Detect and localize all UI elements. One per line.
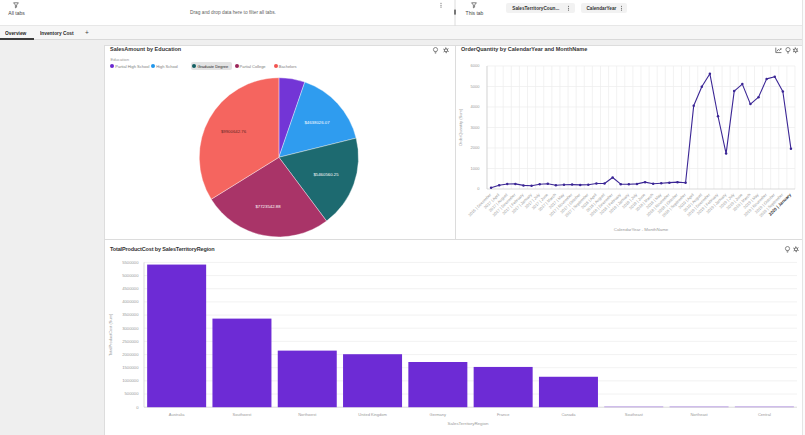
svg-text:1500000: 1500000 bbox=[122, 365, 139, 370]
svg-text:Northeast: Northeast bbox=[690, 412, 708, 417]
svg-text:United Kingdom: United Kingdom bbox=[358, 412, 387, 417]
svg-text:Northwest: Northwest bbox=[298, 412, 317, 417]
svg-text:5000000: 5000000 bbox=[122, 273, 139, 278]
svg-text:Germany: Germany bbox=[430, 412, 446, 417]
svg-text:2500000: 2500000 bbox=[122, 339, 139, 344]
svg-text:$9900642.76: $9900642.76 bbox=[221, 129, 247, 134]
svg-text:0: 0 bbox=[136, 405, 139, 410]
svg-text:0: 0 bbox=[477, 186, 480, 191]
svg-text:OrderQuantity (Sum): OrderQuantity (Sum) bbox=[458, 108, 463, 146]
svg-text:$5460560.25: $5460560.25 bbox=[313, 172, 339, 177]
svg-text:6000: 6000 bbox=[471, 63, 481, 68]
svg-text:4000000: 4000000 bbox=[122, 299, 139, 304]
svg-text:500000: 500000 bbox=[125, 391, 140, 396]
svg-text:Canada: Canada bbox=[561, 412, 576, 417]
svg-text:4000: 4000 bbox=[471, 104, 481, 109]
svg-text:4500000: 4500000 bbox=[122, 286, 139, 291]
svg-text:Southwest: Southwest bbox=[233, 412, 253, 417]
svg-text:5000: 5000 bbox=[471, 84, 481, 89]
svg-text:Southeast: Southeast bbox=[625, 412, 644, 417]
svg-text:France: France bbox=[497, 412, 510, 417]
svg-text:$4638026.07: $4638026.07 bbox=[304, 120, 330, 125]
svg-text:1000000: 1000000 bbox=[122, 378, 139, 383]
svg-text:$7723542.88: $7723542.88 bbox=[255, 204, 281, 209]
svg-text:TotalProductCost (Sum): TotalProductCost (Sum) bbox=[108, 313, 113, 356]
svg-text:Australia: Australia bbox=[169, 412, 185, 417]
svg-text:2000000: 2000000 bbox=[122, 352, 139, 357]
svg-text:3500000: 3500000 bbox=[122, 312, 139, 317]
svg-text:3000000: 3000000 bbox=[122, 326, 139, 331]
svg-text:CalendarYear - MonthName: CalendarYear - MonthName bbox=[614, 227, 669, 232]
svg-text:SalesTerritoryRegion: SalesTerritoryRegion bbox=[448, 421, 489, 426]
svg-text:1000: 1000 bbox=[471, 166, 481, 171]
svg-text:Central: Central bbox=[758, 412, 771, 417]
svg-text:2000: 2000 bbox=[471, 145, 481, 150]
svg-text:3000: 3000 bbox=[471, 125, 481, 130]
svg-text:5500000: 5500000 bbox=[122, 260, 139, 265]
